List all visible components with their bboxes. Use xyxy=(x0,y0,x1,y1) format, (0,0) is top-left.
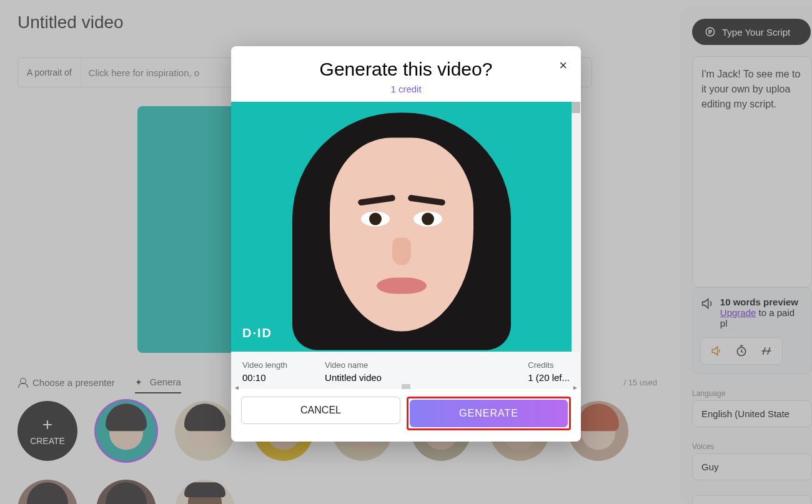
video-name-label: Video name xyxy=(325,360,382,370)
video-name-value: Untitled video xyxy=(325,372,382,383)
video-length-value: 00:10 xyxy=(242,372,287,383)
close-button[interactable]: × xyxy=(559,57,567,74)
video-length: Video length 00:10 xyxy=(242,360,287,383)
cancel-button[interactable]: CANCEL xyxy=(241,397,400,424)
credits-value: 1 (20 lef... xyxy=(528,372,570,383)
credits: Credits 1 (20 lef... xyxy=(528,360,570,383)
modal-overlay[interactable]: × Generate this video? 1 credit D·ID V xyxy=(0,0,812,504)
modal-title: Generate this video? xyxy=(231,46,581,84)
modal-buttons: CANCEL GENERATE xyxy=(231,389,581,442)
modal-info: Video length 00:10 Video name Untitled v… xyxy=(231,352,581,389)
generate-button[interactable]: GENERATE xyxy=(410,400,568,427)
credits-label: Credits xyxy=(528,360,570,370)
modal-credit: 1 credit xyxy=(231,84,581,102)
modal-preview-image: D·ID xyxy=(231,102,572,352)
modal-vscroll[interactable] xyxy=(572,102,580,352)
video-name: Video name Untitled video xyxy=(325,360,382,383)
video-length-label: Video length xyxy=(242,360,287,370)
generate-modal: × Generate this video? 1 credit D·ID V xyxy=(231,46,581,442)
watermark: D·ID xyxy=(242,326,272,340)
generate-highlight: GENERATE xyxy=(407,397,571,430)
modal-hscroll[interactable]: ◄► xyxy=(234,384,578,389)
